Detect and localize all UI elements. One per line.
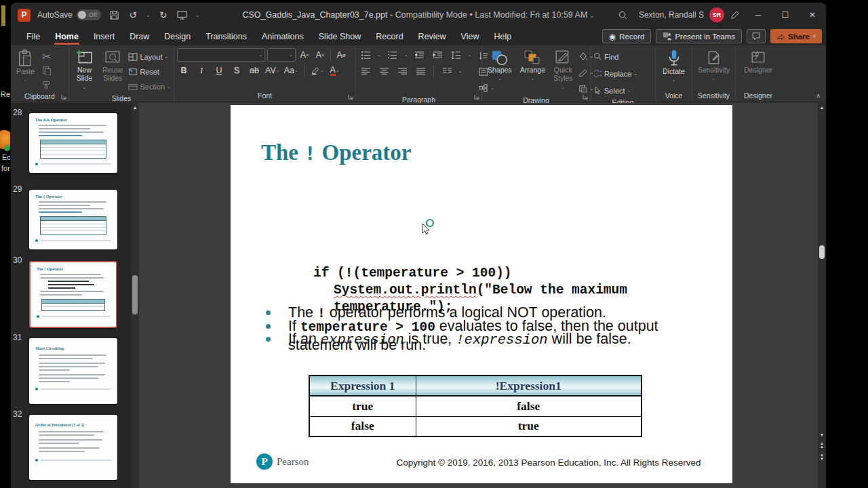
numbering-icon[interactable] — [386, 48, 399, 62]
highlight-color-button[interactable]: ⌄ — [310, 64, 324, 77]
find-button[interactable]: Find — [593, 49, 637, 64]
thumbnail-slide-29[interactable]: 29 The || Operator — [11, 183, 139, 251]
scroll-up-icon[interactable]: ▲ — [131, 105, 139, 110]
table-cell[interactable]: false — [309, 416, 416, 436]
thumbnail-slide-30-selected[interactable]: 30 The ! Operator — [11, 254, 139, 329]
increase-font-size-button[interactable]: A˄ — [298, 48, 311, 62]
scrollbar-thumb[interactable] — [819, 245, 825, 259]
paste-button[interactable]: Paste ⌄ — [14, 48, 37, 85]
font-dialog-launcher-icon[interactable] — [348, 94, 353, 100]
table-cell[interactable]: true — [309, 396, 416, 416]
table-cell[interactable]: false — [416, 396, 642, 416]
title-dropdown-icon[interactable]: ⌄ — [590, 13, 595, 19]
paragraph-dialog-launcher-icon[interactable] — [474, 94, 479, 100]
maximize-button[interactable]: ☐ — [772, 3, 799, 27]
clipboard-dialog-launcher-icon[interactable] — [61, 94, 66, 100]
columns-icon[interactable] — [440, 64, 454, 78]
start-slideshow-icon[interactable] — [176, 9, 189, 21]
replace-button[interactable]: Replace⌄ — [593, 66, 637, 81]
text-shadow-button[interactable]: S — [230, 64, 243, 77]
close-button[interactable]: ✕ — [799, 3, 826, 27]
customize-qat-icon[interactable]: ⌄ — [195, 12, 200, 18]
tab-slide-show[interactable]: Slide Show — [313, 29, 368, 44]
avatar[interactable]: SR — [709, 7, 724, 22]
tab-help[interactable]: Help — [488, 29, 517, 44]
thumbnail-scrollbar[interactable]: ▲ — [131, 103, 139, 488]
comments-button[interactable] — [747, 29, 766, 43]
thumbnail-slide-32[interactable]: 32 Order of Precedence (1 of 2) — [11, 408, 139, 481]
undo-icon[interactable]: ↺ — [127, 9, 139, 21]
new-slide-button[interactable]: New Slide ⌄ — [72, 48, 97, 93]
next-slide-icon[interactable]: ▼▼ — [818, 454, 826, 461]
reset-button[interactable]: Reset — [128, 64, 171, 79]
font-name-combo[interactable]: ⌄ — [177, 48, 265, 62]
bold-button[interactable]: B — [177, 64, 191, 77]
strikethrough-button[interactable]: ab — [248, 64, 261, 77]
line-spacing-icon[interactable] — [450, 48, 463, 62]
slide-title[interactable]: The ! Operator — [261, 140, 411, 166]
thumbnail-slide-31[interactable]: 31 Short Circuiting — [11, 331, 139, 405]
tab-record[interactable]: Record — [370, 29, 409, 44]
reuse-slides-button[interactable]: Reuse Slides — [100, 48, 125, 83]
slide-30[interactable]: The ! Operator The ! operator performs a… — [231, 105, 732, 483]
section-button[interactable]: Section⌄ — [128, 79, 171, 94]
sensitivity-button[interactable]: Sensitivity ⌄ — [695, 48, 732, 84]
code-block[interactable]: if (!(temperature > 100)) System.out.pri… — [313, 265, 627, 316]
change-case-button[interactable]: Aa⌄ — [284, 64, 298, 77]
align-center-icon[interactable] — [377, 64, 391, 78]
italic-button[interactable]: I — [195, 64, 208, 77]
layout-button[interactable]: Layout⌄ — [128, 49, 171, 64]
align-left-icon[interactable] — [359, 64, 372, 78]
drawing-dialog-launcher-icon[interactable] — [583, 94, 588, 100]
shapes-button[interactable]: Shapes ⌄ — [485, 48, 515, 84]
font-color-button[interactable]: A ⌄ — [328, 64, 342, 77]
minimize-button[interactable]: ─ — [745, 3, 772, 27]
table-header-cell[interactable]: !Expression1 — [416, 375, 642, 396]
font-size-combo[interactable]: ⌄ — [267, 48, 296, 62]
tab-review[interactable]: Review — [412, 29, 452, 44]
tab-design[interactable]: Design — [158, 29, 197, 44]
dictate-button[interactable]: Dictate ⌄ — [660, 48, 688, 85]
indent-increase-icon[interactable] — [431, 48, 445, 62]
scroll-up-icon[interactable]: ▲ — [818, 105, 826, 110]
tab-insert[interactable]: Insert — [87, 29, 121, 44]
justify-icon[interactable] — [414, 64, 427, 78]
tab-animations[interactable]: Animations — [256, 29, 310, 44]
share-dropdown-icon[interactable]: ▾ — [813, 33, 816, 39]
collapse-ribbon-icon[interactable]: ∧ — [816, 92, 821, 99]
truth-table[interactable]: Expression 1 !Expression1 true false fal… — [309, 375, 642, 437]
quick-styles-button[interactable]: Quick Styles ⌄ — [551, 48, 576, 93]
user-name[interactable]: Sexton, Randall S — [639, 10, 704, 20]
copy-icon[interactable] — [40, 64, 54, 77]
indent-decrease-icon[interactable] — [413, 48, 427, 62]
align-right-icon[interactable] — [395, 64, 409, 78]
tab-transitions[interactable]: Transitions — [199, 29, 253, 44]
search-icon[interactable] — [613, 3, 633, 27]
present-in-teams-button[interactable]: Present in Teams — [656, 29, 742, 43]
pen-icon[interactable] — [724, 3, 745, 27]
table-cell[interactable]: true — [416, 416, 642, 436]
decrease-font-size-button[interactable]: A˅ — [313, 48, 327, 62]
undo-dropdown-icon[interactable]: ⌄ — [146, 12, 151, 18]
autosave-toggle[interactable]: AutoSave Off — [37, 9, 101, 20]
scrollbar-thumb[interactable] — [132, 275, 138, 314]
save-icon[interactable] — [108, 9, 120, 21]
thumbnail-slide-28[interactable]: 28 The && Operator — [11, 106, 139, 174]
bullet-3[interactable]: If temperature > 100 evaluates to false,… — [266, 317, 686, 354]
main-scrollbar[interactable]: ▲ ▼ ▲▲ ▼▼ — [818, 103, 826, 488]
tab-home[interactable]: Home — [49, 29, 85, 44]
scroll-down-icon[interactable]: ▼ — [818, 432, 826, 437]
share-button[interactable]: Share ▾ — [770, 29, 822, 43]
arrange-button[interactable]: Arrange ⌄ — [517, 48, 548, 84]
tab-file[interactable]: File — [20, 29, 46, 44]
bullets-icon[interactable] — [359, 48, 372, 62]
underline-button[interactable]: U — [212, 64, 226, 77]
powerpoint-app-icon[interactable]: P — [18, 9, 31, 22]
redo-icon[interactable]: ↻ — [157, 9, 170, 21]
tab-draw[interactable]: Draw — [123, 29, 155, 44]
select-button[interactable]: Select⌄ — [593, 83, 637, 98]
table-header-cell[interactable]: Expression 1 — [309, 375, 416, 396]
previous-slide-icon[interactable]: ▲▲ — [818, 442, 826, 449]
tab-view[interactable]: View — [455, 29, 486, 44]
clear-formatting-button[interactable]: A⌀ — [334, 48, 348, 62]
